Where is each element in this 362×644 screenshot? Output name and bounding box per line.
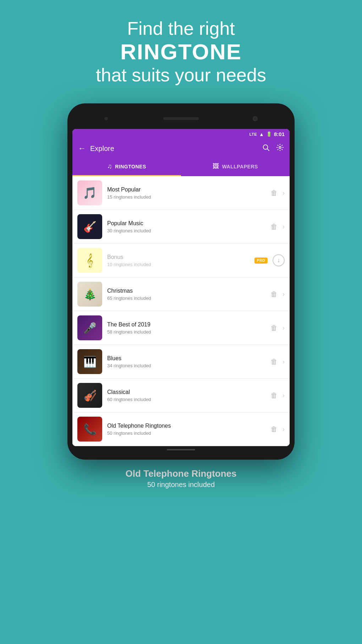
item-info-best2019: The Best of 2019 58 ringtones included bbox=[107, 321, 270, 335]
delete-icon[interactable]: 🗑 bbox=[270, 391, 278, 400]
item-actions: 🗑 › bbox=[270, 425, 285, 433]
svg-line-1 bbox=[267, 149, 269, 151]
home-indicator bbox=[167, 449, 195, 450]
item-info-blues: Blues 34 ringtones included bbox=[107, 355, 270, 368]
item-thumbnail-old-telephone: 📞 bbox=[77, 417, 102, 442]
phone-top-bar bbox=[72, 110, 290, 128]
item-subtitle: 34 ringtones included bbox=[107, 363, 270, 368]
chevron-right-icon[interactable]: › bbox=[283, 324, 285, 332]
delete-icon[interactable]: 🗑 bbox=[270, 324, 278, 332]
item-info-most-popular: Most Popular 15 ringtones included bbox=[107, 186, 270, 200]
item-actions: 🗑 › bbox=[270, 324, 285, 332]
item-actions: 🗑 › bbox=[270, 189, 285, 197]
speaker bbox=[163, 117, 199, 120]
settings-icon[interactable] bbox=[276, 144, 284, 153]
item-subtitle: 10 ringtones included bbox=[107, 262, 254, 267]
item-subtitle: 30 ringtones included bbox=[107, 228, 270, 233]
hero-line2: RINGTONE bbox=[0, 39, 362, 64]
item-actions: 🗑 › bbox=[270, 290, 285, 298]
delete-icon[interactable]: 🗑 bbox=[270, 223, 278, 231]
list-item[interactable]: 📞 Old Telephone Ringtones 50 ringtones i… bbox=[72, 412, 290, 446]
hero-section: Find the right RINGTONE that suits your … bbox=[0, 0, 362, 96]
item-subtitle: 65 ringtones included bbox=[107, 296, 270, 301]
item-title: Old Telephone Ringtones bbox=[107, 423, 270, 429]
chevron-right-icon[interactable]: › bbox=[283, 392, 285, 399]
item-info-popular-music: Popular Music 30 ringtones included bbox=[107, 220, 270, 233]
tab-bar: ♫ RINGTONES 🖼 WALLPAPERS bbox=[72, 158, 290, 176]
status-bar: LTE ▲ 🔋 8:01 bbox=[72, 129, 290, 139]
search-icon[interactable] bbox=[262, 144, 270, 153]
svg-point-2 bbox=[279, 146, 281, 148]
battery-icon: 🔋 bbox=[266, 131, 272, 137]
tab-wallpapers-label: WALLPAPERS bbox=[222, 164, 258, 169]
delete-icon[interactable]: 🗑 bbox=[270, 189, 278, 197]
item-title: Most Popular bbox=[107, 186, 270, 193]
list-item[interactable]: 𝄞 Bonus 10 ringtones included PRO ↓ bbox=[72, 244, 290, 277]
item-actions: 🗑 › bbox=[270, 223, 285, 231]
signal-icon: ▲ bbox=[259, 131, 264, 137]
list-item[interactable]: 🎄 Christmas 65 ringtones included 🗑 › bbox=[72, 277, 290, 311]
app-bar-title: Explore bbox=[90, 145, 262, 153]
list-item[interactable]: 🎻 Classical 60 ringtones included 🗑 › bbox=[72, 379, 290, 412]
delete-icon[interactable]: 🗑 bbox=[270, 290, 278, 298]
item-thumbnail-popular-music: 🎸 bbox=[77, 214, 102, 239]
item-title: Popular Music bbox=[107, 220, 270, 227]
item-info-old-telephone: Old Telephone Ringtones 50 ringtones inc… bbox=[107, 423, 270, 436]
caption-subtitle: 50 ringtones included bbox=[35, 481, 327, 489]
phone-mockup: LTE ▲ 🔋 8:01 ← Explore bbox=[0, 103, 362, 460]
delete-icon[interactable]: 🗑 bbox=[270, 358, 278, 366]
music-icon: ♫ bbox=[107, 163, 112, 170]
lte-indicator: LTE bbox=[249, 132, 257, 136]
list-item[interactable]: 🎤 The Best of 2019 58 ringtones included… bbox=[72, 311, 290, 345]
list-item[interactable]: 🎹 Blues 34 ringtones included 🗑 › bbox=[72, 345, 290, 379]
phone-bottom bbox=[72, 446, 290, 453]
item-title: Blues bbox=[107, 355, 270, 362]
delete-icon[interactable]: 🗑 bbox=[270, 425, 278, 433]
bottom-caption: Old Telephone Ringtones 50 ringtones inc… bbox=[0, 468, 362, 489]
chevron-right-icon[interactable]: › bbox=[283, 426, 285, 433]
chevron-right-icon[interactable]: › bbox=[283, 358, 285, 366]
tab-wallpapers[interactable]: 🖼 WALLPAPERS bbox=[181, 158, 290, 176]
item-actions: 🗑 › bbox=[270, 358, 285, 366]
item-info-christmas: Christmas 65 ringtones included bbox=[107, 288, 270, 301]
app-bar: ← Explore bbox=[72, 139, 290, 158]
ringtone-list: 🎵 Most Popular 15 ringtones included 🗑 ›… bbox=[72, 176, 290, 446]
download-button[interactable]: ↓ bbox=[273, 254, 285, 266]
item-subtitle: 50 ringtones included bbox=[107, 431, 270, 436]
item-subtitle: 15 ringtones included bbox=[107, 194, 270, 200]
list-item[interactable]: 🎵 Most Popular 15 ringtones included 🗑 › bbox=[72, 176, 290, 210]
item-title: Christmas bbox=[107, 288, 270, 294]
item-title: The Best of 2019 bbox=[107, 321, 270, 328]
phone-outer: LTE ▲ 🔋 8:01 ← Explore bbox=[67, 103, 295, 460]
list-item[interactable]: 🎸 Popular Music 30 ringtones included 🗑 … bbox=[72, 210, 290, 244]
phone-screen: LTE ▲ 🔋 8:01 ← Explore bbox=[72, 129, 290, 446]
item-thumbnail-christmas: 🎄 bbox=[77, 282, 102, 307]
back-button[interactable]: ← bbox=[78, 144, 86, 153]
item-thumbnail-blues: 🎹 bbox=[77, 349, 102, 374]
item-actions: PRO ↓ bbox=[254, 254, 285, 266]
chevron-right-icon[interactable]: › bbox=[283, 223, 285, 231]
hero-line3: that suits your needs bbox=[0, 64, 362, 86]
front-camera bbox=[253, 116, 258, 121]
caption-title: Old Telephone Ringtones bbox=[35, 468, 327, 479]
hero-line1: Find the right bbox=[0, 18, 362, 39]
item-subtitle: 58 ringtones included bbox=[107, 329, 270, 335]
front-sensor bbox=[104, 117, 108, 120]
item-title: Bonus bbox=[107, 254, 254, 260]
item-actions: 🗑 › bbox=[270, 391, 285, 400]
item-thumbnail-most-popular: 🎵 bbox=[77, 180, 102, 205]
chevron-right-icon[interactable]: › bbox=[283, 189, 285, 197]
image-icon: 🖼 bbox=[213, 163, 219, 170]
chevron-right-icon[interactable]: › bbox=[283, 291, 285, 298]
item-info-classical: Classical 60 ringtones included bbox=[107, 389, 270, 402]
tab-ringtones-label: RINGTONES bbox=[115, 164, 146, 169]
item-subtitle: 60 ringtones included bbox=[107, 397, 270, 402]
item-thumbnail-classical: 🎻 bbox=[77, 383, 102, 408]
item-thumbnail-bonus: 𝄞 bbox=[77, 248, 102, 273]
item-thumbnail-best2019: 🎤 bbox=[77, 315, 102, 340]
item-info-bonus: Bonus 10 ringtones included bbox=[107, 254, 254, 267]
app-bar-actions bbox=[262, 144, 284, 153]
status-time: 8:01 bbox=[274, 131, 285, 137]
tab-ringtones[interactable]: ♫ RINGTONES bbox=[72, 158, 181, 176]
pro-badge: PRO bbox=[254, 258, 268, 264]
